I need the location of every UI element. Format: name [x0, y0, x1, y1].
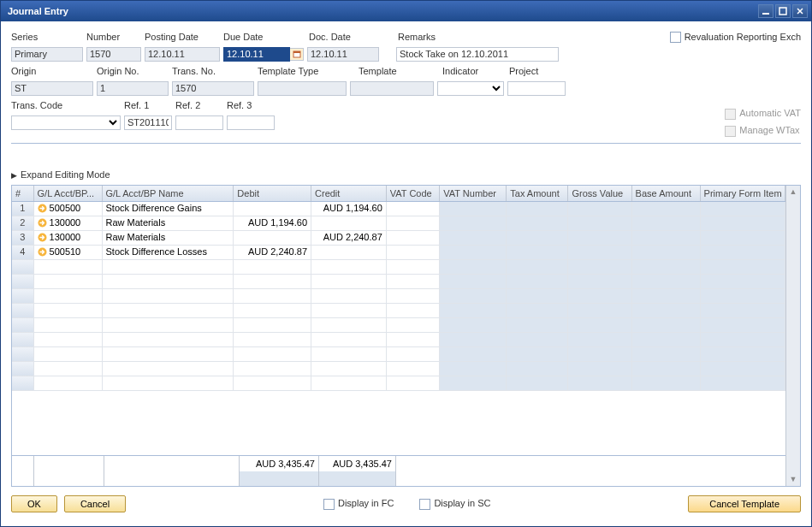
- cell-acct[interactable]: 130000: [34, 216, 103, 230]
- trans-code-select[interactable]: [11, 115, 121, 130]
- cell-base[interactable]: [632, 216, 701, 230]
- cell-prim[interactable]: [701, 216, 785, 230]
- cell-name[interactable]: Raw Materials: [103, 231, 234, 245]
- cell-debit: [234, 304, 311, 317]
- cell-debit[interactable]: AUD 1,194.60: [234, 216, 311, 230]
- col-gross[interactable]: Gross Value: [568, 186, 631, 201]
- close-button[interactable]: [792, 4, 808, 18]
- cell-acct[interactable]: 130000: [34, 231, 103, 245]
- display-sc-checkbox[interactable]: [419, 499, 430, 510]
- table-row[interactable]: 3130000Raw MaterialsAUD 2,240.87: [12, 231, 785, 246]
- cell-base[interactable]: [632, 231, 701, 245]
- cell-prim[interactable]: [701, 246, 785, 259]
- cell-credit[interactable]: AUD 1,194.60: [311, 202, 387, 216]
- cell-credit[interactable]: [311, 216, 387, 230]
- divider: [11, 143, 801, 144]
- maximize-button[interactable]: [775, 4, 791, 18]
- cell-vatcode[interactable]: [387, 202, 440, 216]
- project-input[interactable]: [507, 81, 566, 96]
- col-vatcode[interactable]: VAT Code: [387, 186, 440, 201]
- cell-credit[interactable]: [311, 246, 387, 259]
- table-row[interactable]: 4500510Stock Difference LossesAUD 2,240.…: [12, 246, 785, 260]
- ref3-input[interactable]: [227, 115, 275, 130]
- cell-num[interactable]: 1: [12, 202, 34, 216]
- col-acct[interactable]: G/L Acct/BP...: [34, 186, 103, 201]
- ref1-input[interactable]: [124, 115, 172, 130]
- remarks-input[interactable]: [396, 47, 559, 62]
- cell-name[interactable]: Raw Materials: [103, 216, 234, 230]
- cell-num[interactable]: 4: [12, 246, 34, 259]
- cell-taxamt[interactable]: [507, 202, 568, 216]
- col-vatnum[interactable]: VAT Number: [440, 186, 507, 201]
- cell-vatnum: [440, 260, 507, 274]
- cell-gross[interactable]: [568, 231, 631, 245]
- template-input[interactable]: [350, 81, 434, 96]
- cell-gross[interactable]: [568, 216, 631, 230]
- calendar-icon[interactable]: [290, 48, 304, 61]
- cell-vatcode[interactable]: [387, 231, 440, 245]
- cell-debit[interactable]: [234, 231, 311, 245]
- doc-date-input[interactable]: [307, 47, 379, 62]
- due-date-input[interactable]: [223, 47, 290, 62]
- cell-name[interactable]: Stock Difference Losses: [103, 246, 234, 259]
- cell-gross[interactable]: [568, 202, 631, 216]
- link-arrow-icon[interactable]: 500510: [38, 246, 81, 257]
- cell-taxamt[interactable]: [507, 216, 568, 230]
- cell-taxamt[interactable]: [507, 246, 568, 259]
- number-input[interactable]: [86, 47, 141, 62]
- col-taxamt[interactable]: Tax Amount: [507, 186, 568, 201]
- cell-gross[interactable]: [568, 246, 631, 259]
- cell-debit[interactable]: [234, 202, 311, 216]
- cancel-template-button[interactable]: Cancel Template: [688, 495, 801, 512]
- table-row[interactable]: 2130000Raw MaterialsAUD 1,194.60: [12, 216, 785, 231]
- col-debit[interactable]: Debit: [234, 186, 311, 201]
- cell-base[interactable]: [632, 246, 701, 259]
- cancel-button[interactable]: Cancel: [64, 495, 126, 512]
- trans-no-input[interactable]: [172, 81, 254, 96]
- cell-vatnum[interactable]: [440, 202, 507, 216]
- col-prim[interactable]: Primary Form Item: [701, 186, 785, 201]
- cell-vatcode[interactable]: [387, 216, 440, 230]
- expand-editing-mode-link[interactable]: Expand Editing Mode: [11, 169, 801, 180]
- posting-date-input[interactable]: [145, 47, 220, 62]
- cell-name[interactable]: Stock Difference Gains: [103, 202, 234, 216]
- cell-credit[interactable]: AUD 2,240.87: [311, 231, 387, 245]
- origin-input[interactable]: [11, 81, 93, 96]
- template-type-input[interactable]: [258, 81, 347, 96]
- table-row: [12, 376, 785, 391]
- cell-num[interactable]: 3: [12, 231, 34, 245]
- cell-vatcode[interactable]: [387, 246, 440, 259]
- total-credit: AUD 3,435.47: [319, 456, 396, 471]
- table-row[interactable]: 1500500Stock Difference GainsAUD 1,194.6…: [12, 202, 785, 216]
- ok-button[interactable]: OK: [11, 495, 57, 512]
- cell-taxamt[interactable]: [507, 231, 568, 245]
- cell-vatnum[interactable]: [440, 231, 507, 245]
- cell-vatnum[interactable]: [440, 246, 507, 259]
- cell-vatnum[interactable]: [440, 216, 507, 230]
- col-credit[interactable]: Credit: [311, 186, 387, 201]
- col-base[interactable]: Base Amount: [632, 186, 701, 201]
- link-arrow-icon[interactable]: 130000: [38, 217, 81, 228]
- grid-scrollbar[interactable]: ▲ ▼: [785, 186, 800, 486]
- revaluation-checkbox[interactable]: [670, 32, 681, 43]
- cell-acct[interactable]: 500500: [34, 202, 103, 216]
- ref2-input[interactable]: [175, 115, 223, 130]
- cell-debit[interactable]: AUD 2,240.87: [234, 246, 311, 259]
- cell-num[interactable]: 2: [12, 216, 34, 230]
- cell-prim[interactable]: [701, 202, 785, 216]
- cell-prim[interactable]: [701, 231, 785, 245]
- link-arrow-icon[interactable]: 500500: [38, 203, 81, 213]
- origin-no-input[interactable]: [97, 81, 169, 96]
- display-fc-checkbox[interactable]: [323, 499, 335, 510]
- ref1-label: Ref. 1: [124, 100, 175, 110]
- link-arrow-icon[interactable]: 130000: [38, 232, 81, 242]
- indicator-select[interactable]: [437, 81, 504, 96]
- cell-acct[interactable]: 500510: [34, 246, 103, 259]
- minimize-button[interactable]: [758, 4, 773, 18]
- series-input[interactable]: [11, 47, 83, 62]
- cell-base[interactable]: [632, 202, 701, 216]
- col-name[interactable]: G/L Acct/BP Name: [103, 186, 234, 201]
- col-num[interactable]: #: [12, 186, 34, 201]
- scroll-up-icon[interactable]: ▲: [787, 186, 800, 198]
- scroll-down-icon[interactable]: ▼: [787, 473, 800, 486]
